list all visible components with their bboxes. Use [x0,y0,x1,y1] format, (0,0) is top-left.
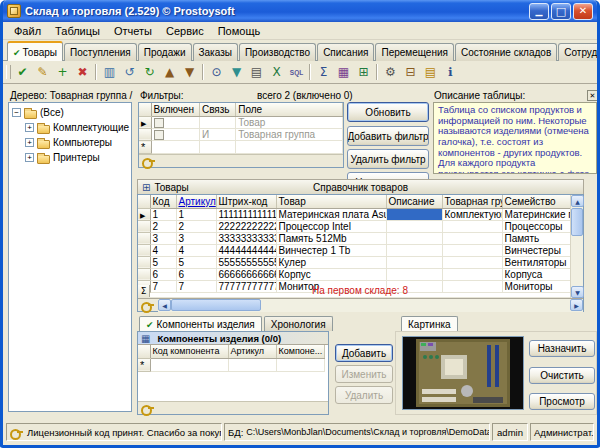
sql-icon[interactable]: SQL [287,63,306,82]
table-cell[interactable]: 3333333333333 [216,232,276,244]
sort-asc-icon[interactable]: ▲ [160,63,179,82]
excel-icon[interactable]: X [267,63,286,82]
tree-item[interactable]: Компьютеры [9,135,131,150]
menu-item[interactable]: Таблицы [48,23,107,39]
table-cell[interactable]: Корпус [276,268,386,280]
table-cell[interactable] [442,256,502,268]
tab-picture[interactable]: Картинка [401,316,458,331]
column-header[interactable]: Описание [386,195,442,208]
table-row[interactable]: 444444444444444Винчестер 1 TbВинчестеры [138,244,570,256]
table-cell[interactable]: 5 [176,256,216,268]
tree-item[interactable]: Комплектующие [9,120,131,135]
table-cell[interactable]: Материнская плата Asus [276,208,386,220]
column-header[interactable]: Штрих-код [216,195,276,208]
scroll-right-icon[interactable]: ▶ [570,299,583,311]
refresh-icon[interactable]: ↻ [140,63,159,82]
filter-field-cell[interactable]: Товарная группа [236,128,343,140]
horizontal-scrollbar[interactable]: ◀ ▶ [158,299,583,312]
table-cell[interactable]: 4 [150,244,176,256]
table-cell[interactable]: Процессор Intel [276,220,386,232]
table-cell[interactable] [386,232,442,244]
table-cell[interactable]: 1111111111111 [216,208,276,220]
filter-row[interactable]: Товар [139,116,343,128]
menu-item[interactable]: Отчеты [107,23,159,39]
table-cell[interactable]: 3 [150,232,176,244]
tab-history[interactable]: Хронология [264,316,333,331]
tree-icon[interactable]: ⊞ [354,63,373,82]
table-row[interactable]: 333333333333333Память 512MbПамять [138,232,570,244]
column-header[interactable]: Включен [151,103,199,116]
filter-link-cell[interactable]: И [199,128,235,140]
filter-row[interactable]: И Товарная группа [139,128,343,140]
table-cell[interactable]: 2 [150,220,176,232]
table-cell[interactable] [442,268,502,280]
table-cell[interactable] [442,232,502,244]
table-cell[interactable]: 6666666666666 [216,268,276,280]
delete-component-button[interactable]: Удалить [335,386,393,404]
undo-icon[interactable]: ↺ [120,63,139,82]
table-row[interactable]: 222222222222222Процессор IntelПроцессоры [138,220,570,232]
expand-icon[interactable] [25,153,34,162]
table-cell[interactable]: Комплектующие [442,208,502,220]
column-header[interactable]: Артикул [228,345,276,358]
table-cell[interactable]: 5555555555555 [216,256,276,268]
table-row[interactable]: 555555555555555КулерВентиляторы [138,256,570,268]
edit-component-button[interactable]: Изменить [335,365,393,383]
filter-icon[interactable]: ▼ [227,63,246,82]
confirm-icon[interactable]: ✔ [13,63,32,82]
tab[interactable]: Перемещения [375,43,454,61]
edit-icon[interactable]: ✎ [33,63,52,82]
book-icon[interactable]: ▤ [421,63,440,82]
title-bar[interactable]: Склад и торговля (2.529) © Prostoysoft [3,0,597,22]
column-header[interactable]: Код компонента [150,345,228,358]
print-icon[interactable]: ▤ [247,63,266,82]
search-icon[interactable]: ⊙ [207,63,226,82]
menu-item[interactable]: Файл [7,23,48,39]
tab-components[interactable]: Компоненты изделия [139,316,262,331]
close-button[interactable] [573,3,593,20]
scroll-up-icon[interactable]: ▲ [571,195,584,207]
column-header[interactable]: Код [150,195,176,208]
table-cell[interactable]: 2 [176,220,216,232]
table-cell[interactable] [386,220,442,232]
sum-icon[interactable]: Σ [314,63,333,82]
add-icon[interactable]: + [53,63,72,82]
menu-item[interactable]: Сервис [159,23,211,39]
table-cell[interactable] [276,358,324,371]
table-cell[interactable]: 1 [176,208,216,220]
tab[interactable]: Продажи [138,43,192,61]
chart-icon[interactable]: ▦ [334,63,353,82]
table-cell[interactable]: Винчестеры [502,244,570,256]
table-cell[interactable] [228,358,276,371]
minimize-button[interactable] [529,3,549,20]
tab[interactable]: Сотрудники [558,43,600,61]
scroll-thumb[interactable] [171,299,261,311]
table-cell[interactable]: Вентиляторы [502,256,570,268]
menu-item[interactable]: Помощь [211,23,268,39]
assign-picture-button[interactable]: Назначить [529,340,595,357]
components-new-row[interactable] [138,358,324,371]
table-cell[interactable]: 4 [176,244,216,256]
expand-icon[interactable] [25,138,34,147]
add-filter-button[interactable]: Добавить фильтр [347,126,429,146]
collapse-icon[interactable] [12,108,21,117]
vertical-scrollbar[interactable]: ▲ ▼ [570,195,583,298]
tab[interactable]: Поступления [64,43,137,61]
column-header[interactable]: Поле [236,103,343,116]
table-row[interactable]: 666666666666666КорпусКорпуса [138,268,570,280]
tree-item[interactable]: Принтеры [9,150,131,165]
view-picture-button[interactable]: Просмотр [529,393,595,410]
column-header[interactable]: Связь [199,103,235,116]
scroll-down-icon[interactable]: ▼ [571,286,584,298]
settings-icon[interactable]: ⚙ [381,63,400,82]
filter-new-row[interactable] [139,141,343,154]
maximize-button[interactable] [551,3,571,20]
tab[interactable]: Заказы [193,43,238,61]
scroll-thumb[interactable] [571,208,583,236]
table-cell[interactable] [386,208,442,220]
tab[interactable]: Производство [239,43,316,61]
table-cell[interactable]: Кулер [276,256,386,268]
table-cell[interactable] [386,256,442,268]
table-cell[interactable]: Процессоры [502,220,570,232]
add-component-button[interactable]: Добавить [335,344,393,362]
